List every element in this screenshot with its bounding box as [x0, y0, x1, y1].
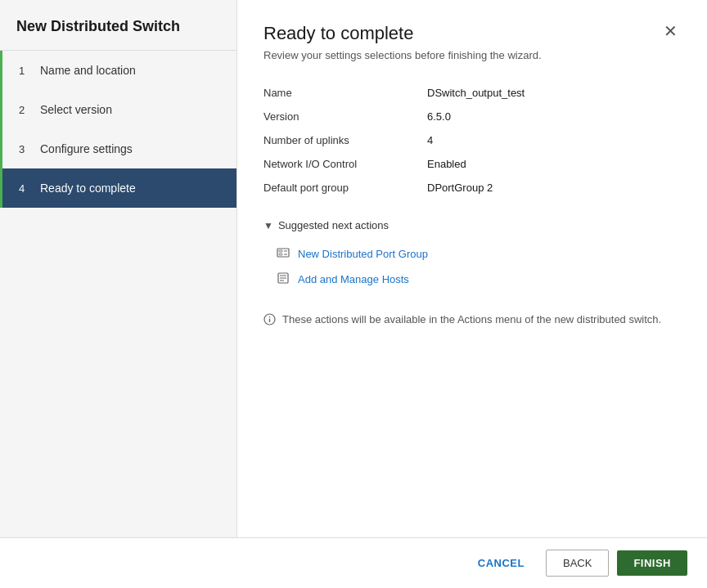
step-number-2: 2 [19, 104, 32, 116]
svg-point-11 [269, 316, 271, 318]
sidebar-step-3[interactable]: 3 Configure settings [0, 129, 236, 168]
sidebar-step-2[interactable]: 2 Select version [0, 90, 236, 129]
action-add-manage-hosts[interactable]: Add and Manage Hosts [263, 267, 681, 292]
dialog-footer: CANCEL BACK FINISH [0, 537, 707, 588]
summary-row-version: Version 6.5.0 [263, 105, 681, 128]
svg-rect-1 [279, 250, 282, 252]
summary-label-name: Name [263, 81, 427, 105]
action-new-port-group[interactable]: New Distributed Port Group [263, 241, 681, 267]
main-title: Ready to complete [263, 23, 413, 44]
summary-value-version: 6.5.0 [427, 105, 681, 128]
info-note-text: These actions will be available in the A… [282, 312, 661, 328]
chevron-down-icon: ▼ [263, 220, 273, 231]
action-add-manage-hosts-label: Add and Manage Hosts [298, 273, 409, 285]
info-note: These actions will be available in the A… [263, 312, 681, 331]
subtitle: Review your settings selections before f… [263, 49, 681, 61]
step-number-1: 1 [19, 65, 32, 77]
close-button[interactable]: ✕ [660, 23, 681, 39]
svg-rect-2 [279, 254, 282, 255]
summary-label-version: Version [263, 105, 427, 128]
step-label-3: Configure settings [40, 142, 133, 155]
step-number-3: 3 [19, 143, 32, 155]
sidebar-steps: 1 Name and location 2 Select version 3 C… [0, 51, 236, 208]
action-new-port-group-label: New Distributed Port Group [298, 248, 428, 260]
cancel-button[interactable]: CANCEL [465, 550, 538, 576]
back-button[interactable]: BACK [546, 550, 609, 577]
finish-button[interactable]: FINISH [617, 550, 687, 576]
sidebar: New Distributed Switch 1 Name and locati… [0, 0, 237, 537]
suggested-header-label: Suggested next actions [278, 219, 389, 231]
summary-label-nioc: Network I/O Control [263, 152, 427, 176]
summary-label-uplinks: Number of uplinks [263, 128, 427, 152]
svg-rect-0 [277, 249, 289, 257]
dialog: New Distributed Switch 1 Name and locati… [0, 0, 707, 588]
summary-row-name: Name DSwitch_output_test [263, 81, 681, 105]
summary-value-nioc: Enabled [427, 152, 681, 176]
step-number-4: 4 [19, 182, 32, 195]
summary-row-portgroup: Default port group DPortGroup 2 [263, 176, 681, 200]
info-icon [263, 312, 276, 331]
manage-hosts-icon [277, 272, 290, 287]
main-header: Ready to complete ✕ [263, 23, 681, 44]
sidebar-step-4[interactable]: 4 Ready to complete [0, 168, 236, 208]
suggested-header[interactable]: ▼ Suggested next actions [263, 219, 681, 231]
port-group-icon [277, 246, 290, 262]
summary-value-portgroup: DPortGroup 2 [427, 176, 681, 200]
main-content: Ready to complete ✕ Review your settings… [237, 0, 707, 537]
sidebar-title: New Distributed Switch [0, 0, 236, 51]
dialog-body: New Distributed Switch 1 Name and locati… [0, 0, 707, 537]
summary-row-uplinks: Number of uplinks 4 [263, 128, 681, 152]
step-label-4: Ready to complete [40, 182, 136, 195]
summary-row-nioc: Network I/O Control Enabled [263, 152, 681, 176]
summary-label-portgroup: Default port group [263, 176, 427, 200]
step-label-1: Name and location [40, 64, 136, 77]
summary-value-uplinks: 4 [427, 128, 681, 152]
summary-table: Name DSwitch_output_test Version 6.5.0 N… [263, 81, 681, 200]
sidebar-step-1[interactable]: 1 Name and location [0, 51, 236, 90]
summary-value-name: DSwitch_output_test [427, 81, 681, 105]
step-label-2: Select version [40, 103, 112, 116]
suggested-section: ▼ Suggested next actions New Distribute [263, 219, 681, 292]
